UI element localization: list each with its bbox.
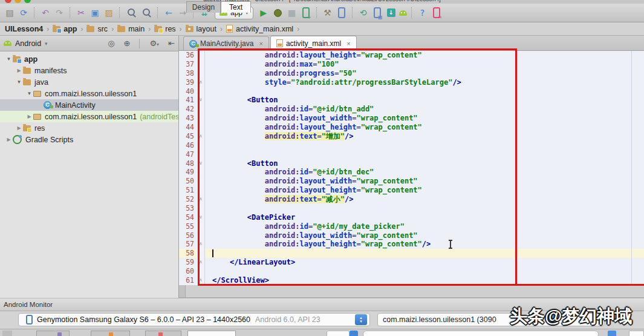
- undo-icon[interactable]: ↶: [39, 8, 51, 18]
- code-line-40[interactable]: 40: [179, 87, 644, 96]
- breadcrumb-item-layout[interactable]: layout: [184, 25, 218, 33]
- debug-icon[interactable]: [274, 9, 282, 17]
- log-level-stepper[interactable]: [350, 331, 358, 336]
- tree-item-java[interactable]: ▼java: [0, 76, 178, 88]
- line-number[interactable]: 36: [179, 51, 197, 60]
- locate-icon[interactable]: ◎: [108, 39, 114, 48]
- fold-marker-icon[interactable]: ∧: [197, 258, 205, 267]
- fold-marker-icon[interactable]: ∧: [197, 240, 205, 249]
- code-line-46[interactable]: 46: [179, 141, 644, 150]
- fold-marker-icon[interactable]: ∨: [197, 213, 205, 222]
- expand-arrow-icon[interactable]: ▼: [15, 79, 23, 85]
- cut-icon[interactable]: ✂: [75, 8, 87, 18]
- code-line-44[interactable]: 44 android:layout_height="wrap_content": [179, 123, 644, 132]
- fold-marker-icon[interactable]: ∨: [197, 159, 205, 168]
- code-line-41[interactable]: 41∨ <Button: [179, 96, 644, 105]
- line-number[interactable]: 59: [179, 258, 197, 267]
- breadcrumb-item-src[interactable]: src: [85, 25, 109, 33]
- attach-debugger-icon[interactable]: +: [302, 7, 310, 18]
- filter-dropdown[interactable]: [629, 331, 644, 336]
- editor-scrollbar[interactable]: [631, 51, 632, 285]
- tree-item-gradle-scripts[interactable]: ▶Gradle Scripts: [0, 134, 178, 145]
- code-line-43[interactable]: 43 android:layout_width="wrap_content": [179, 114, 644, 123]
- collapse-arrow-icon[interactable]: ▶: [25, 114, 33, 119]
- code-line-51[interactable]: 51 android:layout_height="wrap_content": [179, 186, 644, 195]
- code-editor[interactable]: 36 android:layout_height="wrap_content"3…: [179, 51, 644, 285]
- device-monitor-icon[interactable]: ▦: [374, 7, 381, 18]
- line-number[interactable]: 54: [179, 213, 197, 222]
- code-line-55[interactable]: 55 android:id="@+id/my_date_picker": [179, 222, 644, 231]
- close-icon[interactable]: ×: [346, 40, 350, 47]
- collapse-all-icon[interactable]: ⊕: [124, 39, 131, 48]
- code-line-39[interactable]: 39∧ style="?android:attr/progressBarStyl…: [179, 78, 644, 87]
- line-number[interactable]: 50: [179, 177, 197, 186]
- fold-marker-icon[interactable]: ∨: [197, 96, 205, 105]
- line-number[interactable]: 48: [179, 159, 197, 168]
- sdk-update-icon[interactable]: ↓: [387, 8, 395, 17]
- tree-item-com-maizi-lesson-uilesson1[interactable]: ▼com.maizi.lesson.uilesson1: [0, 88, 178, 99]
- network-tab[interactable]: [145, 331, 181, 336]
- line-number[interactable]: 53: [179, 204, 197, 213]
- code-line-56[interactable]: 56 android:layout_width="wrap_content": [179, 231, 644, 240]
- tree-item-res[interactable]: ▶res: [0, 122, 178, 134]
- tab-text[interactable]: Text: [221, 1, 251, 13]
- code-line-37[interactable]: 37 android:max="100": [179, 60, 644, 69]
- breadcrumb-item-uilesson4[interactable]: UILesson4: [4, 25, 44, 33]
- copy-icon[interactable]: ▣: [89, 8, 101, 18]
- tab-design[interactable]: Design: [186, 1, 221, 13]
- editor-tab-activity_main-xml[interactable]: activity_main.xml×: [270, 36, 357, 50]
- code-line-52[interactable]: 52∧ android:text="减小"/>: [179, 195, 644, 204]
- device-stepper[interactable]: ▲▼: [355, 314, 367, 325]
- line-number[interactable]: 42: [179, 105, 197, 114]
- coverage-icon[interactable]: ▦: [286, 8, 298, 18]
- android-toolbar-icon[interactable]: [399, 10, 407, 16]
- find-icon[interactable]: [128, 8, 135, 16]
- device-selector[interactable]: Genymotion Samsung Galaxy S6 – 6.0.0 – A…: [18, 313, 370, 326]
- logcat-tab[interactable]: [36, 331, 70, 336]
- filter-icon[interactable]: [608, 331, 616, 336]
- line-number[interactable]: 40: [179, 87, 197, 96]
- code-line-53[interactable]: 53: [179, 204, 644, 213]
- code-line-36[interactable]: 36 android:layout_height="wrap_content": [179, 51, 644, 60]
- breadcrumb-item-res[interactable]: res: [153, 25, 177, 33]
- code-line-50[interactable]: 50 android:layout_width="wrap_content": [179, 177, 644, 186]
- line-number[interactable]: 55: [179, 222, 197, 231]
- code-line-45[interactable]: 45∧ android:text="增加"/>: [179, 132, 644, 141]
- active-monitor-tab[interactable]: [187, 331, 236, 336]
- collapse-arrow-icon[interactable]: ▶: [5, 137, 13, 142]
- line-number[interactable]: 52: [179, 195, 197, 204]
- toolwindow-icon[interactable]: [2, 331, 12, 336]
- breadcrumb-item-main[interactable]: main: [116, 25, 146, 33]
- expand-arrow-icon[interactable]: ▼: [25, 91, 33, 96]
- line-number[interactable]: 61: [179, 276, 197, 285]
- code-line-57[interactable]: 57∧ android:layout_height="wrap_content"…: [179, 240, 644, 249]
- expand-arrow-icon[interactable]: ▼: [5, 56, 13, 62]
- avd-manager-icon[interactable]: [338, 7, 345, 18]
- line-number[interactable]: 44: [179, 123, 197, 132]
- line-number[interactable]: 46: [179, 141, 197, 150]
- gradle-sync-icon[interactable]: ⟲: [357, 8, 369, 18]
- redo-icon[interactable]: ↷: [53, 8, 65, 18]
- line-number[interactable]: 39: [179, 78, 197, 87]
- code-line-58[interactable]: 58: [179, 249, 644, 258]
- breadcrumb-item-activity_main-xml[interactable]: activity_main.xml: [225, 25, 294, 33]
- logcat-search-field[interactable]: [363, 331, 599, 336]
- sync-icon[interactable]: ⟳: [18, 8, 30, 18]
- code-line-60[interactable]: 60: [179, 267, 644, 276]
- save-icon[interactable]: ▤: [4, 8, 16, 18]
- fold-marker-icon[interactable]: ∧: [197, 276, 205, 285]
- gear-icon[interactable]: ⚙▾: [149, 39, 159, 48]
- tree-item-com-maizi-lesson-uilesson1[interactable]: ▶com.maizi.lesson.uilesson1(androidTest): [0, 111, 178, 122]
- paste-icon[interactable]: ▨: [103, 8, 115, 18]
- line-number[interactable]: 38: [179, 69, 197, 78]
- tree-item-manifests[interactable]: ▶manifests: [0, 65, 178, 76]
- editor-tab-mainactivity-java[interactable]: MainActivity.java×: [183, 36, 269, 50]
- line-number[interactable]: 51: [179, 186, 197, 195]
- help-icon[interactable]: ?: [417, 8, 429, 18]
- profile-icon[interactable]: ∞: [433, 7, 440, 18]
- line-number[interactable]: 45: [179, 132, 197, 141]
- collapse-arrow-icon[interactable]: ▶: [15, 68, 23, 73]
- line-number[interactable]: 57: [179, 240, 197, 249]
- line-number[interactable]: 49: [179, 168, 197, 177]
- code-line-49[interactable]: 49 android:id="@+id/btn_dec": [179, 168, 644, 177]
